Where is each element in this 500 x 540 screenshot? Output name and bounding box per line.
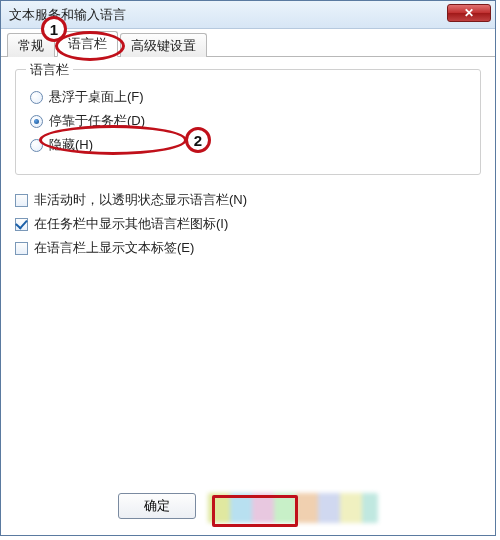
check-label: 非活动时，以透明状态显示语言栏(N) xyxy=(34,191,247,209)
group-legend: 语言栏 xyxy=(26,61,73,79)
window-title: 文本服务和输入语言 xyxy=(9,6,126,24)
radio-label: 悬浮于桌面上(F) xyxy=(49,88,144,106)
tab-label: 高级键设置 xyxy=(131,37,196,55)
ok-label: 确定 xyxy=(144,497,170,515)
radio-dock-row[interactable]: 停靠于任务栏(D) xyxy=(30,112,466,130)
tab-label: 常规 xyxy=(18,37,44,55)
tab-general[interactable]: 常规 xyxy=(7,33,55,57)
tab-strip: 常规 语言栏 高级键设置 xyxy=(1,29,495,57)
check-transparent-row[interactable]: 非活动时，以透明状态显示语言栏(N) xyxy=(15,191,481,209)
tab-advanced[interactable]: 高级键设置 xyxy=(120,33,207,57)
radio-float-row[interactable]: 悬浮于桌面上(F) xyxy=(30,88,466,106)
checkbox-icon xyxy=(15,242,28,255)
obscured-buttons xyxy=(208,493,378,523)
language-bar-group: 语言栏 悬浮于桌面上(F) 停靠于任务栏(D) 隐藏(H) xyxy=(15,69,481,175)
check-label: 在语言栏上显示文本标签(E) xyxy=(34,239,194,257)
radio-label: 隐藏(H) xyxy=(49,136,93,154)
ok-button[interactable]: 确定 xyxy=(118,493,196,519)
check-extra-icons-row[interactable]: 在任务栏中显示其他语言栏图标(I) xyxy=(15,215,481,233)
checkbox-icon xyxy=(15,194,28,207)
close-button[interactable]: ✕ xyxy=(447,4,491,22)
radio-icon xyxy=(30,115,43,128)
radio-icon xyxy=(30,91,43,104)
radio-label: 停靠于任务栏(D) xyxy=(49,112,145,130)
check-text-labels-row[interactable]: 在语言栏上显示文本标签(E) xyxy=(15,239,481,257)
title-bar: 文本服务和输入语言 ✕ xyxy=(1,1,495,29)
radio-hidden-row[interactable]: 隐藏(H) xyxy=(30,136,466,154)
dialog-buttons: 确定 xyxy=(1,493,495,523)
tab-language-bar[interactable]: 语言栏 xyxy=(57,31,118,57)
check-label: 在任务栏中显示其他语言栏图标(I) xyxy=(34,215,228,233)
checkbox-icon xyxy=(15,218,28,231)
radio-icon xyxy=(30,139,43,152)
tab-label: 语言栏 xyxy=(68,35,107,53)
dialog-window: 文本服务和输入语言 ✕ 常规 语言栏 高级键设置 语言栏 悬浮于桌面上(F) 停… xyxy=(0,0,496,536)
client-area: 语言栏 悬浮于桌面上(F) 停靠于任务栏(D) 隐藏(H) 非活动时，以透明状态… xyxy=(1,57,495,275)
close-icon: ✕ xyxy=(464,6,474,20)
